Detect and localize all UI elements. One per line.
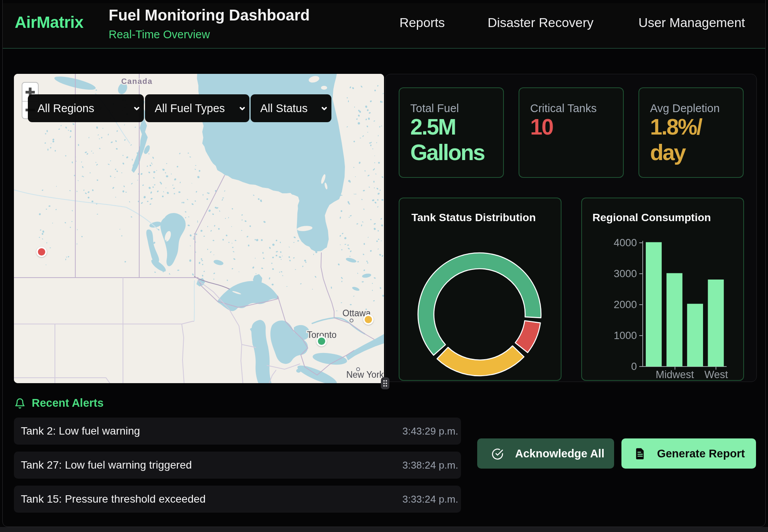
- svg-text:Canada: Canada: [121, 77, 152, 85]
- svg-text:4000: 4000: [614, 237, 637, 249]
- svg-text:New York: New York: [346, 370, 384, 380]
- svg-text:West: West: [704, 369, 728, 380]
- svg-text:3000: 3000: [614, 268, 637, 280]
- svg-text:Midwest: Midwest: [655, 369, 694, 380]
- svg-text:0: 0: [631, 361, 637, 372]
- svg-text:2000: 2000: [614, 299, 637, 310]
- svg-text:1000: 1000: [614, 330, 637, 341]
